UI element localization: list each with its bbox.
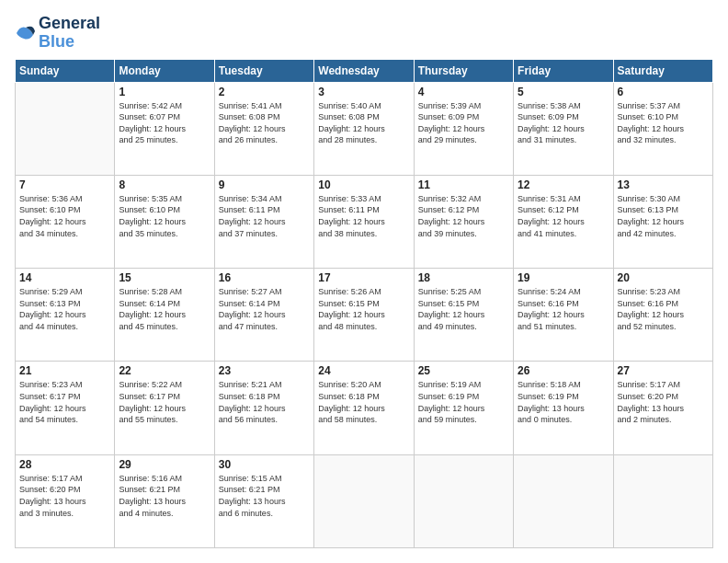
day-info: Sunrise: 5:23 AM Sunset: 6:17 PM Dayligh… [19,379,110,425]
calendar-cell: 19Sunrise: 5:24 AM Sunset: 6:16 PM Dayli… [514,269,613,362]
calendar-cell: 10Sunrise: 5:33 AM Sunset: 6:11 PM Dayli… [314,175,414,268]
day-number: 4 [418,86,509,98]
calendar-cell: 28Sunrise: 5:17 AM Sunset: 6:20 PM Dayli… [16,454,115,547]
day-number: 3 [318,86,409,98]
calendar-cell: 17Sunrise: 5:26 AM Sunset: 6:15 PM Dayli… [314,269,414,362]
day-number: 26 [518,364,609,377]
calendar-cell: 9Sunrise: 5:34 AM Sunset: 6:11 PM Daylig… [214,175,313,268]
calendar-header-saturday: Saturday [613,59,712,82]
calendar-header-tuesday: Tuesday [214,59,313,82]
day-info: Sunrise: 5:32 AM Sunset: 6:12 PM Dayligh… [418,193,509,239]
day-info: Sunrise: 5:19 AM Sunset: 6:19 PM Dayligh… [418,379,509,425]
day-number: 16 [219,271,310,284]
day-info: Sunrise: 5:22 AM Sunset: 6:17 PM Dayligh… [119,379,210,425]
calendar-week-0: 1Sunrise: 5:42 AM Sunset: 6:07 PM Daylig… [16,82,713,175]
day-info: Sunrise: 5:24 AM Sunset: 6:16 PM Dayligh… [518,286,609,332]
calendar-cell: 4Sunrise: 5:39 AM Sunset: 6:09 PM Daylig… [414,82,513,175]
day-number: 14 [19,271,110,284]
calendar-cell: 26Sunrise: 5:18 AM Sunset: 6:19 PM Dayli… [514,362,613,454]
day-number: 30 [219,458,310,471]
day-info: Sunrise: 5:18 AM Sunset: 6:19 PM Dayligh… [518,379,609,425]
calendar-cell: 30Sunrise: 5:15 AM Sunset: 6:21 PM Dayli… [214,454,313,547]
day-info: Sunrise: 5:21 AM Sunset: 6:18 PM Dayligh… [219,379,310,425]
day-number: 1 [119,86,210,98]
header: General Blue [15,15,713,52]
day-number: 12 [518,178,609,191]
calendar-cell: 24Sunrise: 5:20 AM Sunset: 6:18 PM Dayli… [314,362,414,454]
calendar-header-thursday: Thursday [414,59,513,82]
calendar-cell: 7Sunrise: 5:36 AM Sunset: 6:10 PM Daylig… [16,175,115,268]
day-info: Sunrise: 5:31 AM Sunset: 6:12 PM Dayligh… [518,193,609,239]
calendar-cell: 25Sunrise: 5:19 AM Sunset: 6:19 PM Dayli… [414,362,513,454]
calendar-header-wednesday: Wednesday [314,59,414,82]
day-info: Sunrise: 5:30 AM Sunset: 6:13 PM Dayligh… [618,193,709,239]
day-info: Sunrise: 5:28 AM Sunset: 6:14 PM Dayligh… [119,286,210,332]
day-number: 9 [219,178,310,191]
day-info: Sunrise: 5:42 AM Sunset: 6:07 PM Dayligh… [119,100,210,146]
day-info: Sunrise: 5:23 AM Sunset: 6:16 PM Dayligh… [618,286,709,332]
calendar-table: SundayMondayTuesdayWednesdayThursdayFrid… [15,59,713,548]
day-number: 2 [219,86,310,98]
calendar-cell: 3Sunrise: 5:40 AM Sunset: 6:08 PM Daylig… [314,82,414,175]
logo-text: General Blue [39,15,100,52]
day-number: 19 [518,271,609,284]
calendar-cell: 22Sunrise: 5:22 AM Sunset: 6:17 PM Dayli… [115,362,214,454]
calendar-cell [613,454,712,547]
day-number: 27 [618,364,709,377]
calendar-header-row: SundayMondayTuesdayWednesdayThursdayFrid… [16,59,713,82]
page: General Blue SundayMondayTuesdayWednesda… [0,0,728,563]
calendar-cell: 6Sunrise: 5:37 AM Sunset: 6:10 PM Daylig… [613,82,712,175]
calendar-header-sunday: Sunday [16,59,115,82]
calendar-cell: 21Sunrise: 5:23 AM Sunset: 6:17 PM Dayli… [16,362,115,454]
calendar-cell: 11Sunrise: 5:32 AM Sunset: 6:12 PM Dayli… [414,175,513,268]
day-number: 15 [119,271,210,284]
day-number: 20 [618,271,709,284]
calendar-cell: 15Sunrise: 5:28 AM Sunset: 6:14 PM Dayli… [115,269,214,362]
calendar-cell: 20Sunrise: 5:23 AM Sunset: 6:16 PM Dayli… [613,269,712,362]
calendar-cell [314,454,414,547]
day-info: Sunrise: 5:36 AM Sunset: 6:10 PM Dayligh… [19,193,110,239]
calendar-cell: 14Sunrise: 5:29 AM Sunset: 6:13 PM Dayli… [16,269,115,362]
day-info: Sunrise: 5:25 AM Sunset: 6:15 PM Dayligh… [418,286,509,332]
day-info: Sunrise: 5:33 AM Sunset: 6:11 PM Dayligh… [318,193,409,239]
calendar-cell: 23Sunrise: 5:21 AM Sunset: 6:18 PM Dayli… [214,362,313,454]
day-info: Sunrise: 5:17 AM Sunset: 6:20 PM Dayligh… [618,379,709,425]
day-number: 17 [318,271,409,284]
calendar-cell: 5Sunrise: 5:38 AM Sunset: 6:09 PM Daylig… [514,82,613,175]
calendar-cell [16,82,115,175]
day-number: 5 [518,86,609,98]
day-info: Sunrise: 5:41 AM Sunset: 6:08 PM Dayligh… [219,100,310,146]
calendar-cell: 1Sunrise: 5:42 AM Sunset: 6:07 PM Daylig… [115,82,214,175]
calendar-cell: 12Sunrise: 5:31 AM Sunset: 6:12 PM Dayli… [514,175,613,268]
day-info: Sunrise: 5:15 AM Sunset: 6:21 PM Dayligh… [219,473,310,519]
calendar-cell: 18Sunrise: 5:25 AM Sunset: 6:15 PM Dayli… [414,269,513,362]
calendar-week-3: 21Sunrise: 5:23 AM Sunset: 6:17 PM Dayli… [16,362,713,454]
calendar-cell [514,454,613,547]
day-info: Sunrise: 5:20 AM Sunset: 6:18 PM Dayligh… [318,379,409,425]
calendar-week-2: 14Sunrise: 5:29 AM Sunset: 6:13 PM Dayli… [16,269,713,362]
day-number: 10 [318,178,409,191]
calendar-cell: 29Sunrise: 5:16 AM Sunset: 6:21 PM Dayli… [115,454,214,547]
day-number: 18 [418,271,509,284]
day-number: 11 [418,178,509,191]
day-info: Sunrise: 5:29 AM Sunset: 6:13 PM Dayligh… [19,286,110,332]
day-number: 6 [618,86,709,98]
day-info: Sunrise: 5:26 AM Sunset: 6:15 PM Dayligh… [318,286,409,332]
day-info: Sunrise: 5:35 AM Sunset: 6:10 PM Dayligh… [119,193,210,239]
day-info: Sunrise: 5:39 AM Sunset: 6:09 PM Dayligh… [418,100,509,146]
day-info: Sunrise: 5:37 AM Sunset: 6:10 PM Dayligh… [618,100,709,146]
calendar-cell [414,454,513,547]
calendar-cell: 8Sunrise: 5:35 AM Sunset: 6:10 PM Daylig… [115,175,214,268]
calendar-week-4: 28Sunrise: 5:17 AM Sunset: 6:20 PM Dayli… [16,454,713,547]
calendar-cell: 2Sunrise: 5:41 AM Sunset: 6:08 PM Daylig… [214,82,313,175]
calendar-header-monday: Monday [115,59,214,82]
day-number: 22 [119,364,210,377]
calendar-week-1: 7Sunrise: 5:36 AM Sunset: 6:10 PM Daylig… [16,175,713,268]
day-number: 8 [119,178,210,191]
day-number: 29 [119,458,210,471]
logo-icon [15,22,37,44]
calendar-header-friday: Friday [514,59,613,82]
day-number: 7 [19,178,110,191]
day-info: Sunrise: 5:27 AM Sunset: 6:14 PM Dayligh… [219,286,310,332]
day-info: Sunrise: 5:17 AM Sunset: 6:20 PM Dayligh… [19,473,110,519]
